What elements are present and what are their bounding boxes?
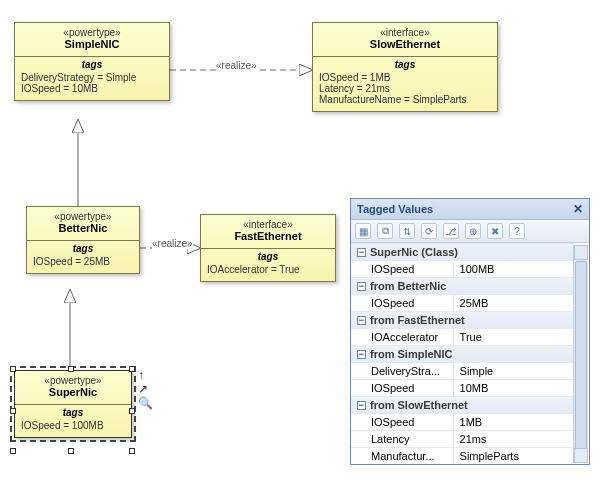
class-supernic[interactable]: «powertype» SuperNic tags IOSpeed = 100M…	[14, 370, 132, 438]
scroll-up-button[interactable]	[574, 245, 588, 260]
scrollbar[interactable]	[573, 245, 588, 463]
tag-row: IOAccelerator = True	[207, 264, 329, 275]
tag-icon[interactable]: ⊕	[465, 223, 481, 239]
group-header[interactable]: −SuperNic (Class)	[351, 243, 574, 260]
stereotype-label: «powertype»	[21, 375, 125, 386]
property-row[interactable]: IOSpeed25MB	[351, 294, 574, 311]
branch-icon[interactable]: ⎇	[443, 223, 459, 239]
panel-titlebar[interactable]: Tagged Values ✕	[351, 199, 589, 220]
tag-row: IOSpeed = 10MB	[21, 83, 163, 94]
class-betternic[interactable]: «powertype» BetterNic tags IOSpeed = 25M…	[26, 206, 140, 274]
group-header[interactable]: −from BetterNic	[351, 277, 574, 294]
tagged-values-panel[interactable]: Tagged Values ✕ ▦ ⧉ ⇅ ⟳ ⎇ ⊕ ✖ ? −SuperNi…	[350, 198, 590, 465]
diagram-canvas[interactable]: «realize» «realize» «powertype» SimpleNI…	[0, 0, 599, 504]
tags-header: tags	[201, 249, 335, 262]
stereotype-label: «powertype»	[21, 27, 163, 38]
panel-title: Tagged Values	[357, 203, 433, 215]
property-key: Latency	[351, 431, 454, 447]
grid-icon[interactable]: ▦	[355, 223, 371, 239]
quicklink-adorners[interactable]: ↑ ↗ 🔍	[138, 368, 153, 410]
property-row[interactable]: IOSpeed10MB	[351, 379, 574, 396]
property-row[interactable]: DeliveryStra...Simple	[351, 362, 574, 379]
tags-header: tags	[15, 57, 169, 70]
class-name: SuperNic	[21, 386, 125, 398]
tags-header: tags	[313, 57, 497, 70]
tag-row: DeliveryStrategy = Simple	[21, 72, 163, 83]
property-key: IOSpeed	[351, 414, 454, 430]
property-key: IOAccelerator	[351, 329, 454, 345]
property-value[interactable]: 100MB	[454, 261, 574, 277]
class-name: BetterNic	[33, 222, 133, 234]
property-row[interactable]: Manufactur...SimpleParts	[351, 447, 574, 464]
property-key: IOSpeed	[351, 261, 454, 277]
group-header[interactable]: −from SlowEthernet	[351, 396, 574, 413]
help-icon[interactable]: ?	[509, 223, 525, 239]
stereotype-label: «interface»	[319, 27, 491, 38]
property-key: DeliveryStra...	[351, 363, 454, 379]
close-icon[interactable]: ✕	[573, 202, 583, 216]
magnify-icon[interactable]: 🔍	[138, 396, 153, 410]
property-value[interactable]: 1MB	[454, 414, 574, 430]
property-value[interactable]: 10MB	[454, 380, 574, 396]
property-value[interactable]: 21ms	[454, 431, 574, 447]
edge-label-realize-1: «realize»	[216, 60, 257, 71]
delete-icon[interactable]: ✖	[487, 223, 503, 239]
tagged-values-grid[interactable]: −SuperNic (Class)IOSpeed100MB−from Bette…	[351, 243, 589, 464]
class-name: SimpleNIC	[21, 38, 163, 50]
tag-row: Latency = 21ms	[319, 83, 491, 94]
property-key: IOSpeed	[351, 295, 454, 311]
class-fastethernet[interactable]: «interface» FastEthernet tags IOAccelera…	[200, 214, 336, 282]
scroll-thumb[interactable]	[575, 261, 587, 461]
id-icon[interactable]: ⧉	[377, 223, 393, 239]
collapse-icon[interactable]: −	[357, 350, 366, 359]
property-value[interactable]: Simple	[454, 363, 574, 379]
scroll-down-button[interactable]	[574, 448, 588, 463]
edge-label-realize-2: «realize»	[152, 238, 193, 249]
tag-row: IOSpeed = 25MB	[33, 256, 133, 267]
tag-row: IOSpeed = 1MB	[319, 72, 491, 83]
stereotype-label: «interface»	[207, 219, 329, 230]
refresh-icon[interactable]: ⟳	[421, 223, 437, 239]
tag-row: ManufactureName = SimpleParts	[319, 94, 491, 105]
property-key: IOSpeed	[351, 380, 454, 396]
sort-icon[interactable]: ⇅	[399, 223, 415, 239]
property-row[interactable]: IOSpeed1MB	[351, 413, 574, 430]
stereotype-label: «powertype»	[33, 211, 133, 222]
tags-header: tags	[15, 405, 131, 418]
class-slowethernet[interactable]: «interface» SlowEthernet tags IOSpeed = …	[312, 22, 498, 112]
tags-header: tags	[27, 241, 139, 254]
property-value[interactable]: 25MB	[454, 295, 574, 311]
panel-toolbar: ▦ ⧉ ⇅ ⟳ ⎇ ⊕ ✖ ?	[351, 220, 589, 243]
collapse-icon[interactable]: −	[357, 248, 366, 257]
group-header[interactable]: −from SimpleNIC	[351, 345, 574, 362]
collapse-icon[interactable]: −	[357, 316, 366, 325]
group-header[interactable]: −from FastEthernet	[351, 311, 574, 328]
property-value[interactable]: SimpleParts	[454, 448, 574, 464]
property-value[interactable]: True	[454, 329, 574, 345]
collapse-icon[interactable]: −	[357, 401, 366, 410]
property-row[interactable]: IOSpeed100MB	[351, 260, 574, 277]
tag-row: IOSpeed = 100MB	[21, 420, 125, 431]
collapse-icon[interactable]: −	[357, 282, 366, 291]
property-row[interactable]: IOAcceleratorTrue	[351, 328, 574, 345]
property-row[interactable]: Latency21ms	[351, 430, 574, 447]
class-simplenic[interactable]: «powertype» SimpleNIC tags DeliveryStrat…	[14, 22, 170, 101]
arrow-up-icon[interactable]: ↑	[138, 368, 153, 382]
class-name: FastEthernet	[207, 230, 329, 242]
property-key: Manufactur...	[351, 448, 454, 464]
class-name: SlowEthernet	[319, 38, 491, 50]
arrow-upright-icon[interactable]: ↗	[138, 382, 153, 396]
